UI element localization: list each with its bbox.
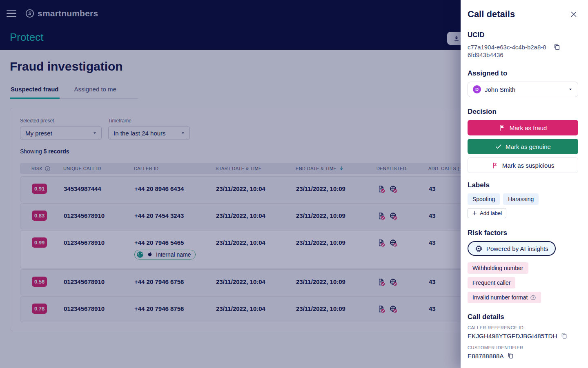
- ucid-value: c77a1904-e63c-4c4b-b2a8-86fd943b4436: [468, 43, 549, 59]
- drawer-title: Call details: [468, 9, 515, 20]
- mark-as-genuine-button[interactable]: Mark as genuine: [468, 139, 578, 154]
- risk-factor-help-icon[interactable]: ?: [530, 295, 536, 301]
- decision-heading: Decision: [468, 108, 578, 116]
- risk-factors-heading: Risk factors: [468, 229, 578, 237]
- add-label-button[interactable]: Add label: [468, 208, 506, 218]
- close-icon: [570, 10, 578, 18]
- copy-icon: [553, 43, 561, 51]
- call-details-drawer: Call details UCID c77a1904-e63c-4c4b-b2a…: [461, 0, 588, 368]
- ai-insights-label: Powered by AI insights: [486, 245, 548, 252]
- app-window: smartnumbers Protect Fraud investigation…: [0, 0, 588, 368]
- mark-as-suspicious-label: Mark as suspicious: [502, 162, 555, 169]
- copy-customer-identifier-button[interactable]: [507, 352, 514, 359]
- mark-as-suspicious-button[interactable]: Mark as suspicious: [468, 157, 578, 173]
- label-chip: Harassing: [503, 193, 539, 205]
- assignee-avatar: D: [473, 85, 481, 93]
- add-label-text: Add label: [480, 210, 502, 216]
- plus-icon: [472, 211, 477, 216]
- ucid-heading: UCID: [468, 31, 578, 39]
- mark-as-fraud-button[interactable]: Mark as fraud: [468, 120, 578, 135]
- chevron-down-icon: [568, 87, 573, 92]
- copy-icon: [507, 352, 514, 359]
- mark-as-genuine-label: Mark as genuine: [506, 143, 551, 150]
- caller-reference-label: CALLER REFERENCE ID:: [468, 325, 578, 330]
- assigned-to-heading: Assigned to: [468, 69, 578, 78]
- customer-identifier-label: CUSTOMER IDENTIFIER: [468, 345, 578, 350]
- copy-caller-reference-button[interactable]: [561, 332, 568, 339]
- risk-factor-text: Invalid number format: [472, 294, 528, 301]
- risk-factor-chip: Withholding number: [468, 262, 528, 274]
- caller-reference-value: EKJGH498YTGFDJBGI485TDH: [468, 333, 557, 339]
- risk-factor-chip: Frequent caller: [468, 277, 515, 288]
- risk-factor-chip: Invalid number format ?: [468, 292, 541, 303]
- assignee-select[interactable]: D John Smith: [468, 82, 578, 97]
- ai-insights-badge: Powered by AI insights: [468, 241, 556, 256]
- check-icon: [495, 143, 502, 150]
- assignee-name: John Smith: [485, 86, 515, 93]
- flag-icon: [499, 124, 506, 131]
- chip-icon: [475, 245, 483, 253]
- copy-ucid-button[interactable]: [553, 43, 561, 51]
- call-details-heading: Call details: [468, 313, 578, 321]
- flag-outline-icon: [492, 162, 499, 169]
- copy-icon: [561, 332, 568, 339]
- customer-identifier-value: E88788888A: [468, 352, 504, 359]
- svg-text:?: ?: [532, 296, 535, 299]
- labels-heading: Labels: [468, 181, 578, 189]
- mark-as-fraud-label: Mark as fraud: [510, 124, 547, 131]
- label-chip: Spoofing: [468, 193, 500, 205]
- close-button[interactable]: [569, 10, 578, 19]
